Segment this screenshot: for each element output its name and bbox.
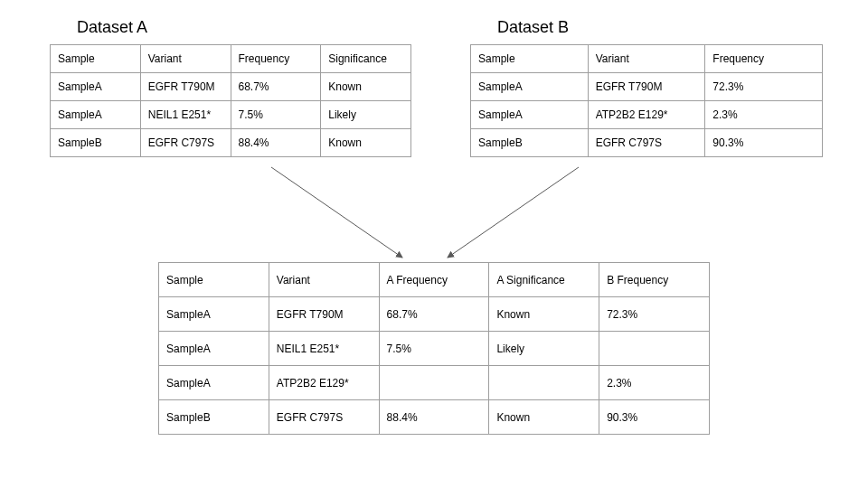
cell: Known xyxy=(321,129,411,157)
col-header: Sample xyxy=(51,45,141,73)
table-row: SampleA NEIL1 E251* 7.5% Likely xyxy=(159,332,710,366)
cell: SampleB xyxy=(159,400,269,435)
col-header: Variant xyxy=(140,45,231,73)
table-row: SampleB EGFR C797S 88.4% Known 90.3% xyxy=(159,400,710,435)
cell: SampleA xyxy=(159,332,269,366)
svg-line-1 xyxy=(448,167,579,258)
dataset-b-block: Dataset B Sample Variant Frequency Sampl… xyxy=(470,18,823,157)
cell: ATP2B2 E129* xyxy=(588,101,705,129)
table-row: Sample Variant Frequency xyxy=(471,45,823,73)
cell: SampleA xyxy=(51,73,141,101)
cell: Likely xyxy=(489,332,599,366)
cell xyxy=(379,366,489,400)
cell: EGFR T790M xyxy=(269,297,379,332)
merged-block: Sample Variant A Frequency A Significanc… xyxy=(158,262,710,435)
cell: EGFR C797S xyxy=(140,129,231,157)
table-row: SampleA ATP2B2 E129* 2.3% xyxy=(159,366,710,400)
cell: 2.3% xyxy=(705,101,823,129)
cell: EGFR T790M xyxy=(588,73,705,101)
cell: NEIL1 E251* xyxy=(140,101,231,129)
table-row: SampleA EGFR T790M 72.3% xyxy=(471,73,823,101)
cell: Known xyxy=(321,73,411,101)
dataset-a-table: Sample Variant Frequency Significance Sa… xyxy=(50,44,411,157)
table-row: Sample Variant A Frequency A Significanc… xyxy=(159,263,710,297)
cell: 68.7% xyxy=(379,297,489,332)
cell xyxy=(489,366,599,400)
col-header: Variant xyxy=(588,45,705,73)
cell: NEIL1 E251* xyxy=(269,332,379,366)
cell: 88.4% xyxy=(231,129,321,157)
col-header: A Significance xyxy=(489,263,599,297)
cell: SampleB xyxy=(471,129,589,157)
cell: EGFR C797S xyxy=(269,400,379,435)
dataset-a-title: Dataset A xyxy=(77,18,411,37)
table-row: SampleB EGFR C797S 90.3% xyxy=(471,129,823,157)
cell: Known xyxy=(489,400,599,435)
cell: EGFR C797S xyxy=(588,129,705,157)
cell: 7.5% xyxy=(379,332,489,366)
merged-table: Sample Variant A Frequency A Significanc… xyxy=(158,262,710,435)
dataset-b-title: Dataset B xyxy=(497,18,823,37)
col-header: B Frequency xyxy=(599,263,710,297)
table-row: SampleB EGFR C797S 88.4% Known xyxy=(51,129,411,157)
col-header: Sample xyxy=(159,263,269,297)
cell: Likely xyxy=(321,101,411,129)
cell: SampleB xyxy=(51,129,141,157)
col-header: Frequency xyxy=(705,45,823,73)
cell: EGFR T790M xyxy=(140,73,231,101)
col-header: Sample xyxy=(471,45,589,73)
cell: 7.5% xyxy=(231,101,321,129)
cell: Known xyxy=(489,297,599,332)
col-header: Significance xyxy=(321,45,411,73)
col-header: Variant xyxy=(269,263,379,297)
table-row: SampleA NEIL1 E251* 7.5% Likely xyxy=(51,101,411,129)
table-row: SampleA EGFR T790M 68.7% Known xyxy=(51,73,411,101)
table-row: SampleA EGFR T790M 68.7% Known 72.3% xyxy=(159,297,710,332)
cell: SampleA xyxy=(471,73,589,101)
cell: 72.3% xyxy=(705,73,823,101)
cell xyxy=(599,332,710,366)
table-row: Sample Variant Frequency Significance xyxy=(51,45,411,73)
cell: SampleA xyxy=(159,297,269,332)
dataset-a-block: Dataset A Sample Variant Frequency Signi… xyxy=(50,18,411,157)
table-row: SampleA ATP2B2 E129* 2.3% xyxy=(471,101,823,129)
cell: SampleA xyxy=(471,101,589,129)
col-header: Frequency xyxy=(231,45,321,73)
cell: 2.3% xyxy=(599,366,710,400)
svg-line-0 xyxy=(271,167,402,258)
cell: 90.3% xyxy=(705,129,823,157)
cell: ATP2B2 E129* xyxy=(269,366,379,400)
cell: 90.3% xyxy=(599,400,710,435)
cell: 68.7% xyxy=(231,73,321,101)
cell: 72.3% xyxy=(599,297,710,332)
col-header: A Frequency xyxy=(379,263,489,297)
dataset-b-table: Sample Variant Frequency SampleA EGFR T7… xyxy=(470,44,823,157)
cell: 88.4% xyxy=(379,400,489,435)
cell: SampleA xyxy=(51,101,141,129)
cell: SampleA xyxy=(159,366,269,400)
